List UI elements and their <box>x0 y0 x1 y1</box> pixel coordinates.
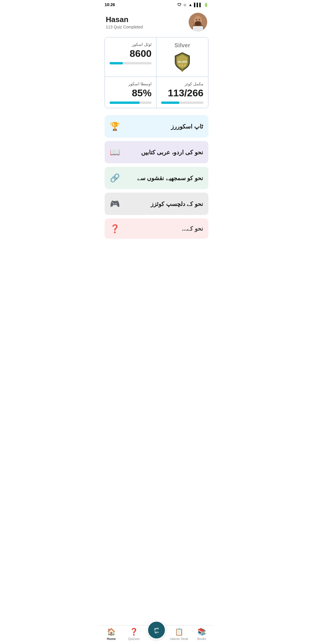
header-info: Hasan 113 Quiz Completed <box>106 15 143 29</box>
quizzes-cell: مکمل کوئز 113/266 <box>156 77 208 108</box>
status-time: 10:26 <box>105 2 115 7</box>
svg-point-4 <box>196 19 197 20</box>
avg-score-label: اوسطا اسکور <box>128 82 152 86</box>
books-label: نحو کی اردو، عربی کتابیں <box>141 149 203 156</box>
status-bar: 10:26 🛡 ☺ ▲ ▌▌▌ 🔋 <box>100 0 213 9</box>
svg-text:SILVER: SILVER <box>178 60 187 63</box>
avg-score-progress <box>110 102 152 104</box>
total-score-label: ٹوٹل اسکور <box>132 42 152 47</box>
quizzes-value: 113/266 <box>168 87 203 99</box>
total-score-progress <box>110 62 152 64</box>
total-score-fill <box>110 62 123 64</box>
svg-point-3 <box>195 21 201 26</box>
top-scorers-icon: 🏆 <box>110 122 120 131</box>
face-id-icon: ☺ <box>183 3 187 7</box>
interesting-quizzes-card[interactable]: 🎮 نحو کے دلچسپ کوئزز <box>105 193 208 215</box>
stats-grid: ٹوٹل اسکور 8600 Silver SILVER ★ ★ ★ اوس <box>105 37 208 108</box>
menu-section: 🏆 ٹاپ اسکوررز 📖 نحو کی اردو، عربی کتابیں… <box>100 111 213 262</box>
avatar-image <box>189 13 207 31</box>
wifi-icon: ▲ <box>188 3 192 7</box>
signal-icon: ▌▌▌ <box>194 3 202 7</box>
extra-card-label: نحو کے... <box>182 225 203 232</box>
battery-icon: 🔋 <box>204 3 208 7</box>
quizzes-fill <box>161 102 179 104</box>
avg-score-cell: اوسطا اسکور 85% <box>105 77 156 108</box>
total-score-cell: ٹوٹل اسکور 8600 <box>105 37 156 77</box>
silver-label: Silver <box>174 42 190 49</box>
quizzes-label: مکمل کوئز <box>185 82 203 86</box>
user-name: Hasan <box>106 15 143 24</box>
quizzes-progress <box>161 102 203 104</box>
avatar <box>189 13 207 31</box>
avg-score-fill <box>110 102 140 104</box>
extra-card-icon: ❓ <box>110 224 120 234</box>
diagrams-card[interactable]: 🔗 نحو کو سمجھیے نقشوں سے <box>105 167 208 189</box>
diagrams-icon: 🔗 <box>110 173 120 183</box>
extra-card[interactable]: ❓ نحو کے... <box>105 218 208 239</box>
books-card[interactable]: 📖 نحو کی اردو، عربی کتابیں <box>105 141 208 163</box>
silver-badge-cell: Silver SILVER ★ ★ ★ <box>156 37 208 77</box>
silver-badge-icon: SILVER ★ ★ ★ <box>172 51 193 72</box>
svg-rect-6 <box>193 26 203 31</box>
shield-icon: 🛡 <box>177 3 181 7</box>
avg-score-value: 85% <box>132 87 152 99</box>
svg-text:★ ★ ★: ★ ★ ★ <box>179 64 186 67</box>
interesting-quizzes-label: نحو کے دلچسپ کوئزز <box>151 200 203 207</box>
header: Hasan 113 Quiz Completed <box>100 9 213 37</box>
status-icons: 🛡 ☺ ▲ ▌▌▌ 🔋 <box>177 3 208 7</box>
svg-point-5 <box>199 19 200 20</box>
top-scorers-card[interactable]: 🏆 ٹاپ اسکوررز <box>105 115 208 138</box>
total-score-value: 8600 <box>130 48 152 59</box>
top-scorers-label: ٹاپ اسکوررز <box>171 123 203 130</box>
books-icon: 📖 <box>110 147 120 157</box>
interesting-quizzes-icon: 🎮 <box>110 199 120 209</box>
diagrams-label: نحو کو سمجھیے نقشوں سے <box>137 175 203 182</box>
quiz-count-label: 113 Quiz Completed <box>106 25 143 29</box>
